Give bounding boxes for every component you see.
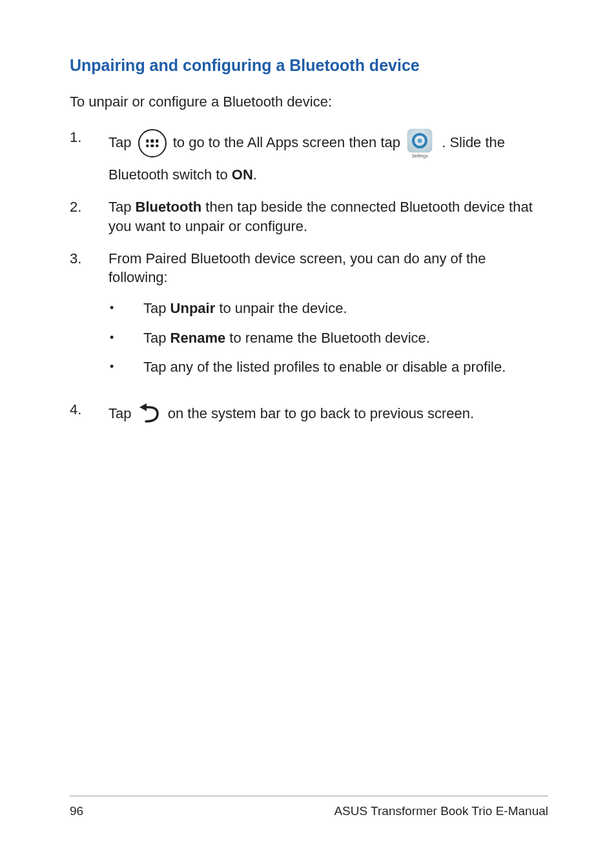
- bullet1-c: to unpair the device.: [215, 300, 347, 316]
- bullet1-a: Tap: [143, 300, 170, 316]
- bullet2-c: to rename the Bluetooth device.: [225, 330, 430, 346]
- step1-text-d: Bluetooth switch to: [108, 167, 232, 183]
- step-3: 3. From Paired Bluetooth device screen, …: [70, 249, 548, 387]
- back-icon: [137, 403, 163, 425]
- step1-text-a: Tap: [108, 134, 136, 150]
- intro-text: To unpair or configure a Bluetooth devic…: [70, 92, 548, 112]
- page-number: 96: [70, 803, 83, 820]
- step-1: 1. Tap to go to the All Apps screen then…: [70, 128, 548, 185]
- step4-text-a: Tap: [108, 405, 136, 421]
- manual-title: ASUS Transformer Book Trio E-Manual: [334, 803, 548, 820]
- step1-text-c: . Slide the: [442, 134, 505, 150]
- all-apps-icon: [138, 129, 167, 157]
- settings-icon-label: Settings: [411, 152, 427, 160]
- step1-text-b: to go to the All Apps screen then tap: [173, 134, 404, 150]
- bullet-dot: •: [110, 358, 143, 377]
- step3-lead: From Paired Bluetooth device screen, you…: [108, 249, 548, 287]
- settings-icon: Settings: [406, 128, 434, 159]
- section-heading: Unpairing and configuring a Bluetooth de…: [70, 55, 548, 77]
- step-number: 1.: [70, 128, 108, 185]
- step-4: 4. Tap on the system bar to go back to p…: [70, 400, 548, 427]
- step-2: 2. Tap Bluetooth then tap beside the con…: [70, 197, 548, 236]
- step4-text-b: on the system bar to go back to previous…: [168, 405, 474, 421]
- bullet3-text: Tap any of the listed profiles to enable…: [143, 358, 506, 377]
- step-number: 3.: [70, 249, 108, 387]
- bullet1-b: Unpair: [170, 300, 216, 316]
- step2-text-a: Tap: [108, 199, 136, 215]
- step1-text-e: .: [253, 167, 257, 183]
- step1-on: ON: [232, 167, 253, 183]
- bullet2-b: Rename: [170, 330, 226, 346]
- step2-bluetooth: Bluetooth: [136, 199, 202, 215]
- bullet-item-unpair: • Tap Unpair to unpair the device.: [108, 299, 548, 318]
- page-footer: 96 ASUS Transformer Book Trio E-Manual: [70, 796, 548, 820]
- bullet-dot: •: [110, 299, 143, 318]
- bullet-dot: •: [110, 328, 143, 348]
- bullet-item-rename: • Tap Rename to rename the Bluetooth dev…: [108, 328, 548, 348]
- step-number: 4.: [70, 400, 108, 427]
- bullet2-a: Tap: [143, 330, 170, 346]
- step-number: 2.: [70, 197, 108, 236]
- bullet-item-profiles: • Tap any of the listed profiles to enab…: [108, 358, 548, 377]
- svg-point-2: [418, 139, 422, 143]
